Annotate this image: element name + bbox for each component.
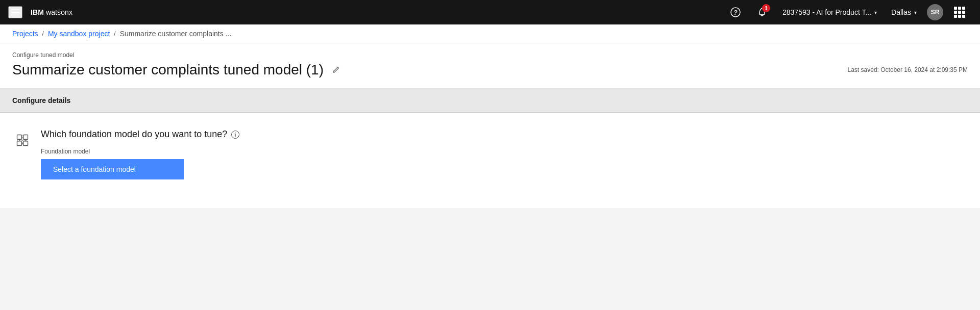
help-button[interactable]: ?	[723, 0, 748, 24]
svg-rect-5	[23, 141, 28, 146]
account-chevron-icon: ▾	[874, 10, 877, 15]
notification-count: 1	[762, 4, 770, 12]
model-icon	[12, 130, 33, 150]
main-content: Configure details	[0, 89, 980, 208]
apps-grid-icon	[954, 7, 965, 18]
question-text: Which foundation model do you want to tu…	[41, 129, 968, 140]
region-chevron-icon: ▾	[914, 10, 917, 15]
select-foundation-model-button[interactable]: Select a foundation model	[41, 159, 184, 179]
breadcrumb-current-page: Summarize customer complaints ...	[120, 30, 232, 38]
field-label: Foundation model	[41, 148, 968, 155]
edit-icon	[332, 66, 340, 74]
apps-button[interactable]	[947, 0, 972, 24]
svg-rect-4	[17, 141, 22, 146]
top-navigation: IBM watsonx ? 1 2837593 - AI for Product…	[0, 0, 980, 24]
page-title-row: Summarize customer complaints tuned mode…	[12, 62, 968, 78]
svg-rect-3	[23, 135, 28, 140]
account-name: 2837593 - AI for Product T...	[782, 8, 871, 16]
question-info-icon[interactable]: i	[231, 131, 239, 139]
account-selector-button[interactable]: 2837593 - AI for Product T... ▾	[776, 0, 883, 24]
configure-section-header: Configure details	[0, 89, 980, 113]
configure-section-title: Configure details	[12, 96, 70, 105]
svg-text:?: ?	[733, 9, 738, 16]
user-avatar[interactable]: SR	[927, 4, 943, 20]
breadcrumb-sandbox-link[interactable]: My sandbox project	[48, 30, 110, 38]
page-subtitle: Configure tuned model	[12, 51, 968, 59]
menu-button[interactable]	[8, 6, 22, 19]
last-saved-text: Last saved: October 16, 2024 at 2:09:35 …	[848, 66, 968, 73]
region-name: Dallas	[891, 8, 911, 16]
notifications-button[interactable]: 1	[750, 0, 774, 24]
brand-logo: IBM watsonx	[31, 8, 72, 16]
breadcrumb: Projects / My sandbox project / Summariz…	[0, 24, 980, 43]
question-row: Which foundation model do you want to tu…	[12, 129, 968, 179]
svg-rect-2	[17, 135, 22, 140]
question-content: Which foundation model do you want to tu…	[41, 129, 968, 179]
page-header: Configure tuned model Summarize customer…	[0, 43, 980, 89]
nav-left: IBM watsonx	[8, 6, 72, 19]
breadcrumb-projects-link[interactable]: Projects	[12, 30, 38, 38]
breadcrumb-separator-2: /	[114, 30, 115, 37]
nav-right: ? 1 2837593 - AI for Product T... ▾ Dall…	[723, 0, 972, 24]
page-title-left: Summarize customer complaints tuned mode…	[12, 62, 342, 78]
page-title: Summarize customer complaints tuned mode…	[12, 62, 324, 78]
breadcrumb-separator-1: /	[42, 30, 44, 37]
tune-model-icon	[15, 133, 30, 147]
edit-title-button[interactable]	[330, 64, 342, 76]
configure-body: Which foundation model do you want to tu…	[0, 113, 980, 208]
region-selector-button[interactable]: Dallas ▾	[885, 0, 923, 24]
